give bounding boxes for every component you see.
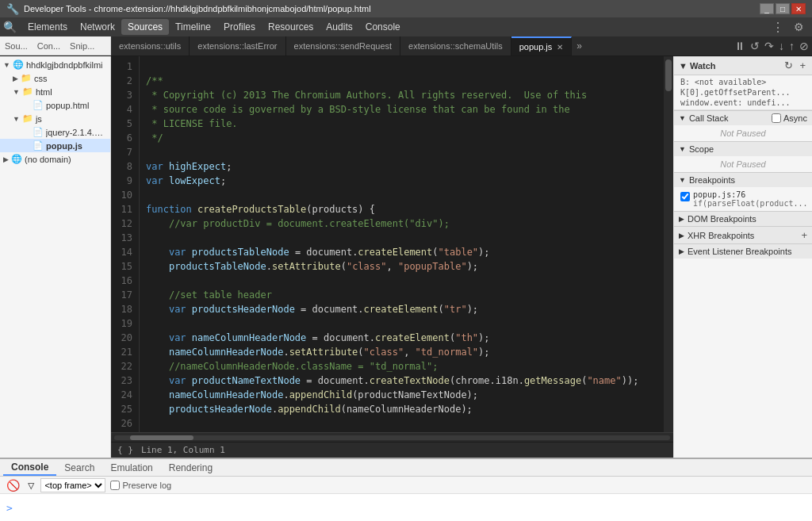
tab-close-icon[interactable]: ✕ <box>557 43 563 52</box>
event-listener-header[interactable]: ▶ Event Listener Breakpoints <box>674 244 812 259</box>
tree-root[interactable]: ▼ 🌐 hhdklgjbdndpbfkilmi <box>0 58 110 71</box>
xhr-breakpoints-header[interactable]: ▶ XHR Breakpoints + <box>674 227 812 243</box>
menu-sources[interactable]: Sources <box>121 19 169 35</box>
watch-item: B: <not available> <box>680 77 806 87</box>
tree-popup-js[interactable]: 📄 popup.js <box>0 139 110 152</box>
tree-html[interactable]: ▼ 📁 html <box>0 85 110 98</box>
menubar: 🔍 Elements Network Sources Timeline Prof… <box>0 17 812 36</box>
async-checkbox[interactable] <box>772 113 781 123</box>
preserve-log-label: Preserve log <box>110 481 171 490</box>
tab-ctrl-pause[interactable]: ⏸ <box>734 40 745 52</box>
frame-selector[interactable]: <top frame> <box>40 478 105 492</box>
tree-js-label: js <box>36 114 42 124</box>
menu-console[interactable]: Console <box>359 19 407 35</box>
watch-refresh-button[interactable]: ↻ <box>783 59 795 71</box>
xhr-breakpoints-section: ▶ XHR Breakpoints + <box>674 226 812 243</box>
vscroll-thumb[interactable] <box>665 59 672 91</box>
breakpoint-text: popup.js:76 if(parseFloat(product... <box>693 190 808 208</box>
code-content[interactable]: /** * Copyright (c) 2013 The Chromium Au… <box>140 56 673 432</box>
file-jquery-icon: 📄 <box>33 127 44 137</box>
close-button[interactable]: ✕ <box>791 3 806 14</box>
tab-ctrl-resume[interactable]: ↺ <box>750 40 760 52</box>
tree-js[interactable]: ▼ 📁 js <box>0 112 110 125</box>
watch-item: window.event: undefi... <box>680 98 806 108</box>
breakpoints-title: Breakpoints <box>689 175 735 185</box>
folder-icon: 📁 <box>21 73 32 83</box>
breakpoints-list: popup.js:76 if(parseFloat(product... <box>674 187 812 211</box>
tree-html-label: html <box>36 87 52 97</box>
line-numbers: 12345 678910 1112131415 1617181920 21222… <box>111 56 140 432</box>
menu-elements[interactable]: Elements <box>21 19 74 35</box>
tab-popup-js[interactable]: popup.js ✕ <box>511 36 573 56</box>
tab-ctrl-stepinto[interactable]: ↓ <box>779 40 784 52</box>
breakpoint-checkbox[interactable] <box>680 192 690 201</box>
tree-nodomain[interactable]: ▶ 🌐 (no domain) <box>0 152 110 166</box>
search-icon[interactable]: 🔍 <box>3 21 17 33</box>
minimize-button[interactable]: _ <box>760 3 774 14</box>
braces-icon[interactable]: { } <box>117 445 133 455</box>
callstack-arrow-icon: ▼ <box>679 114 686 122</box>
settings-icon[interactable]: ⚙ <box>789 18 809 36</box>
scope-arrow-icon: ▼ <box>679 145 686 153</box>
tree-arrow-html-icon: ▼ <box>13 88 20 96</box>
xhr-add-button[interactable]: + <box>801 229 807 241</box>
callstack-section: ▼ Call Stack Async Not Paused <box>674 110 812 141</box>
menu-network[interactable]: Network <box>74 19 121 35</box>
file-popuphtml-icon: 📄 <box>33 100 44 110</box>
menu-timeline[interactable]: Timeline <box>169 19 217 35</box>
tab-extensions-lasterror[interactable]: extensions::lastError <box>190 36 285 56</box>
bottom-panel: Console Search Emulation Rendering 🚫 ▽ <… <box>0 458 812 521</box>
side-tab-content[interactable]: Con... <box>33 39 65 53</box>
tree-popuphtml-label: popup.html <box>46 101 89 110</box>
menu-resources[interactable]: Resources <box>262 19 320 35</box>
tree-css[interactable]: ▶ 📁 css <box>0 71 110 85</box>
tree-arrow-js-icon: ▼ <box>13 115 20 123</box>
bottom-tab-search[interactable]: Search <box>56 461 102 475</box>
dom-breakpoints-header[interactable]: ▶ DOM Breakpoints <box>674 212 812 226</box>
breakpoints-header[interactable]: ▼ Breakpoints <box>674 173 812 187</box>
hscroll-track[interactable] <box>114 435 670 440</box>
code-area[interactable]: 12345 678910 1112131415 1617181920 21222… <box>111 56 673 432</box>
tab-ctrl-stepout[interactable]: ↑ <box>789 40 795 52</box>
menu-audits[interactable]: Audits <box>320 19 358 35</box>
scope-status: Not Paused <box>674 156 812 172</box>
tab-more[interactable]: » <box>572 40 587 52</box>
callstack-status: Not Paused <box>674 125 812 141</box>
watch-add-button[interactable]: + <box>798 59 807 71</box>
preserve-log-checkbox[interactable] <box>110 481 120 490</box>
domain-nodomain-icon: 🌐 <box>11 154 22 164</box>
tab-extensions-sendrequest[interactable]: extensions::sendRequest <box>286 36 401 56</box>
editor-vscrollbar[interactable] <box>664 56 673 432</box>
dom-breakpoints-arrow-icon: ▶ <box>679 215 684 223</box>
callstack-header[interactable]: ▼ Call Stack Async <box>674 111 812 125</box>
tab-extensions-utils[interactable]: extensions::utils <box>111 36 190 56</box>
tree-arrow-nodomain-icon: ▶ <box>3 155 9 163</box>
side-tab-sources[interactable]: Sou... <box>0 39 33 53</box>
breakpoint-code: if(parseFloat(product... <box>693 199 808 208</box>
bottom-tab-rendering[interactable]: Rendering <box>161 461 220 475</box>
scope-header[interactable]: ▼ Scope <box>674 142 812 156</box>
scope-section: ▼ Scope Not Paused <box>674 141 812 172</box>
tab-ctrl-stepover[interactable]: ↷ <box>764 40 774 52</box>
hscroll-thumb[interactable] <box>130 435 193 440</box>
console-filter-button[interactable]: ▽ <box>26 479 36 492</box>
event-listener-title: Event Listener Breakpoints <box>688 247 791 256</box>
bottom-tab-console[interactable]: Console <box>3 460 56 476</box>
maximize-button[interactable]: □ <box>776 3 790 14</box>
console-clear-button[interactable]: 🚫 <box>5 479 21 492</box>
titlebar-text: Developer Tools - chrome-extension://hhd… <box>24 4 760 13</box>
watch-header: ▼ Watch ↻ + <box>674 56 812 75</box>
menu-profiles[interactable]: Profiles <box>217 19 262 35</box>
devtools-icon[interactable]: ⋮ <box>767 17 789 37</box>
bottom-tab-emulation[interactable]: Emulation <box>102 461 160 475</box>
side-tab-snippets[interactable]: Snip... <box>65 39 99 53</box>
console-input[interactable] <box>16 502 806 513</box>
tab-ctrl-deactivate[interactable]: ⊘ <box>799 40 809 52</box>
xhr-breakpoints-title: XHR Breakpoints <box>688 231 754 240</box>
breakpoint-location: popup.js:76 <box>693 190 808 199</box>
tree-jquery[interactable]: 📄 jquery-2.1.4.m... <box>0 125 110 139</box>
watch-item: K[0].getOffsetParent... <box>680 87 806 98</box>
titlebar: 🔧 Developer Tools - chrome-extension://h… <box>0 0 812 17</box>
tree-popup-html[interactable]: 📄 popup.html <box>0 98 110 112</box>
tab-extensions-schemautils[interactable]: extensions::schemaUtils <box>400 36 511 56</box>
